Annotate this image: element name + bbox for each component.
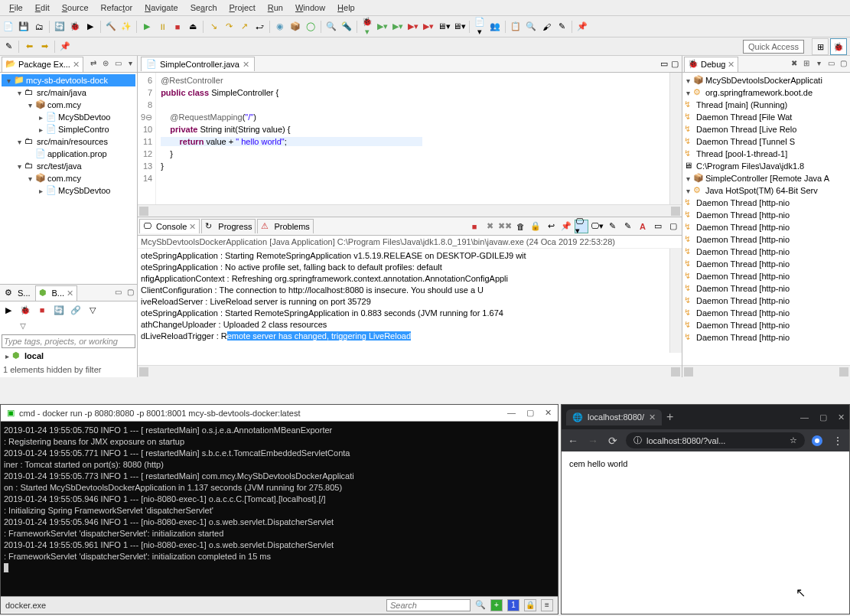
console-output[interactable]: oteSpringApplication : Starting RemoteSp… [138, 249, 682, 365]
tab-console[interactable]: 🖵Console✕ [139, 219, 200, 233]
back-icon[interactable]: ← [566, 435, 580, 447]
new-pkg-icon[interactable]: 📦 [288, 20, 302, 34]
debug-tree[interactable]: ▾📦McySbDevtoolsDockerApplicati ▾⚙org.spr… [682, 73, 850, 365]
resume-icon[interactable]: ▶ [140, 20, 154, 34]
boot-run-icon[interactable]: ▶▾ [422, 20, 435, 34]
package-node-test[interactable]: ▾📦com.mcy [2, 172, 135, 184]
debug-menu-icon[interactable]: ▾ [813, 59, 824, 70]
open-type-icon[interactable]: 🔍 [324, 20, 338, 34]
minimize-icon[interactable]: ▭ [112, 288, 123, 298]
disconnect-icon[interactable]: ⏏ [186, 20, 200, 34]
open-console-icon[interactable]: 🖵▾ [590, 220, 604, 233]
search2-icon[interactable]: 🔍 [524, 20, 538, 34]
boot-run-btn[interactable]: ▶ [2, 303, 15, 317]
menu-search[interactable]: Search [184, 2, 223, 14]
menu-edit[interactable]: Edit [29, 2, 56, 14]
boot-local-node[interactable]: ▸⬢local [0, 350, 137, 362]
paint-icon[interactable]: 🖌 [539, 20, 553, 34]
package-explorer-tree[interactable]: ▾📁mcy-sb-devtools-dock ▾🗀src/main/java ▾… [0, 73, 137, 284]
close-icon[interactable]: ✕ [838, 412, 845, 422]
menu-file[interactable]: File [3, 2, 29, 14]
display-selected-icon[interactable]: 🖵▾ [575, 220, 588, 233]
new-file-icon[interactable]: 📄▾ [473, 20, 487, 34]
menu-navigate[interactable]: Navigate [138, 2, 184, 14]
save-icon[interactable]: 💾 [17, 20, 31, 34]
menu-run[interactable]: Run [262, 2, 289, 14]
menu-source[interactable]: Source [56, 2, 95, 14]
new-class-icon[interactable]: ◯ [304, 20, 318, 34]
menu-refactor[interactable]: Refactor [95, 2, 139, 14]
chrome-menu-icon[interactable]: ⋮ [831, 435, 845, 447]
src-test-java[interactable]: ▾🗀src/test/java [2, 160, 135, 172]
quick-access[interactable]: Quick Access [743, 40, 804, 54]
show-on-err-icon[interactable]: ✎ [620, 220, 634, 233]
step-over-icon[interactable]: ↷ [222, 20, 236, 34]
menu-btn[interactable]: ≡ [541, 599, 553, 611]
show-on-output-icon[interactable]: ✎ [605, 220, 619, 233]
scroll-lock-icon[interactable]: 🔒 [529, 220, 542, 233]
menu-window[interactable]: Window [289, 2, 331, 14]
terminal-output[interactable]: 2019-01-24 19:55:05.750 INFO 1 --- [ res… [1, 422, 558, 596]
run-drop-icon[interactable]: ▶▾ [376, 20, 389, 34]
pin-editor-icon[interactable]: 📌 [58, 40, 72, 54]
class-node-3[interactable]: ▸📄McySbDevtoo [2, 184, 135, 197]
code-editor[interactable]: 678 9⊖1011 121314 @RestController public… [138, 73, 682, 204]
step-return-icon[interactable]: ↗ [237, 20, 251, 34]
debug-remove-icon[interactable]: ✖ [789, 59, 800, 70]
package-node[interactable]: ▾📦com.mcy [2, 99, 135, 111]
debug-drop-icon[interactable]: 🐞▾ [360, 20, 374, 34]
console-scrollbar-v[interactable] [669, 249, 682, 353]
pin-console-icon[interactable]: 📌 [559, 220, 573, 233]
servers-tab[interactable]: ⚙S... [2, 285, 34, 301]
debug-perspective-icon[interactable]: 🐞 [830, 38, 847, 55]
class-node-2[interactable]: ▸📄SimpleContro [2, 123, 135, 135]
close-icon[interactable]: ✕ [243, 60, 249, 70]
terminal-titlebar[interactable]: ▣ cmd - docker run -p 8080:8080 -p 8001:… [1, 405, 558, 422]
debug-layout-icon[interactable]: ⊞ [801, 59, 812, 70]
open-perspective-icon[interactable]: ⊞ [812, 38, 829, 55]
clear-console-icon[interactable]: 🗑 [513, 220, 527, 233]
pin-icon[interactable]: 📌 [575, 20, 589, 34]
minimize-icon[interactable]: ▭ [826, 59, 836, 70]
maximize-icon[interactable]: ▢ [125, 288, 135, 298]
ansi-icon[interactable]: A [636, 220, 650, 233]
lock-btn[interactable]: 🔒 [524, 599, 536, 611]
editor-scrollbar-h[interactable] [138, 204, 682, 217]
menu-help[interactable]: Help [331, 2, 361, 14]
coverage-icon[interactable]: ▶▾ [391, 20, 405, 34]
build-icon[interactable]: 🔨 [104, 20, 118, 34]
step-into-icon[interactable]: ↘ [207, 20, 220, 34]
boot-link-btn[interactable]: 🔗 [69, 303, 83, 317]
team-icon[interactable]: 👥 [488, 20, 502, 34]
editor-scrollbar-v[interactable] [669, 73, 682, 204]
boot-filter-btn[interactable]: ▽ [86, 303, 99, 317]
wand-icon[interactable]: ✨ [119, 20, 133, 34]
terminate-icon[interactable]: ■ [171, 20, 184, 34]
boot-stop-btn[interactable]: ■ [35, 303, 49, 317]
maximize-icon[interactable]: ▢ [526, 408, 534, 418]
tab1-btn[interactable]: 1 [507, 599, 519, 611]
drop-frame-icon[interactable]: ⮐ [252, 20, 266, 34]
close-icon[interactable]: ✕ [728, 60, 734, 70]
save-all-icon[interactable]: 🗂 [32, 20, 46, 34]
debug-scrollbar-h[interactable] [682, 365, 850, 377]
search-icon[interactable]: 🔍 [475, 600, 486, 610]
close-icon[interactable]: ✕ [545, 408, 552, 418]
code-content[interactable]: @RestController public class SimpleContr… [156, 73, 669, 204]
back-icon[interactable]: ⬅ [22, 40, 36, 54]
boot-dash-tab[interactable]: ⬢B...✕ [35, 285, 78, 301]
new-icon[interactable]: 📄 [2, 20, 15, 34]
src-main-resources[interactable]: ▾🗀src/main/resources [2, 135, 135, 148]
reload-icon[interactable]: ⟳ [606, 435, 620, 447]
view-menu-icon[interactable]: ▾ [125, 59, 135, 70]
terminal-search-input[interactable] [386, 599, 471, 611]
new-tab-icon[interactable]: + [666, 410, 673, 424]
minimize-icon[interactable]: ▭ [651, 220, 665, 233]
server-icon[interactable]: 🖥▾ [437, 20, 451, 34]
forward-icon[interactable]: → [586, 435, 600, 447]
chrome-profile-icon[interactable] [811, 435, 825, 447]
focus-icon[interactable]: ⊜ [100, 59, 111, 70]
boot-refresh-btn[interactable]: 🔄 [52, 303, 66, 317]
word-wrap-icon[interactable]: ↩ [544, 220, 558, 233]
boot-debug-btn[interactable]: 🐞 [18, 303, 32, 317]
